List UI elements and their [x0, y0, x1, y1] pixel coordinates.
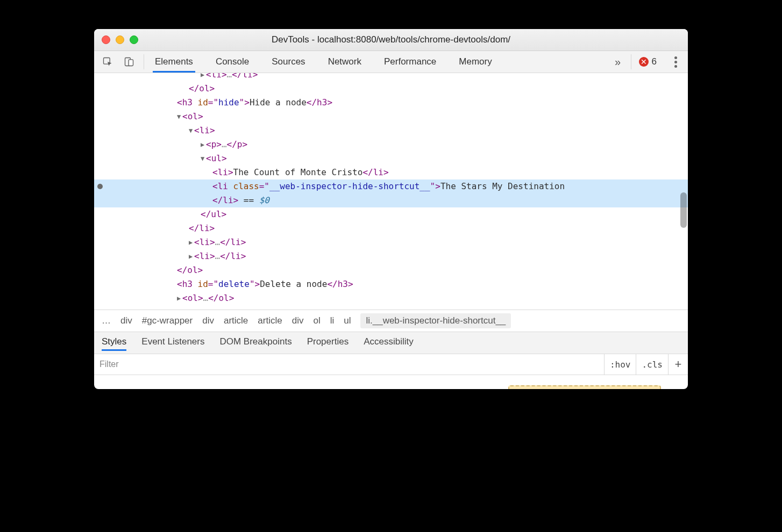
- expand-caret-icon[interactable]: ▶: [189, 235, 194, 249]
- inspect-element-icon[interactable]: [98, 51, 117, 73]
- expand-caret-icon[interactable]: ▼: [201, 152, 206, 166]
- dom-tree-row[interactable]: <h3 id="delete">Delete a node</h3>: [94, 277, 688, 291]
- breadcrumb: …div#gc-wrapperdivarticlearticledivolliu…: [94, 310, 688, 332]
- dom-tree-row[interactable]: ▼<ol>: [94, 110, 688, 124]
- dom-tree-row[interactable]: </ul>: [94, 207, 688, 221]
- dom-tree-row[interactable]: </ol>: [94, 82, 688, 96]
- subtab-styles[interactable]: Styles: [102, 336, 126, 350]
- dom-tree-row[interactable]: <li class="__web-inspector-hide-shortcut…: [94, 179, 688, 193]
- device-toolbar-icon[interactable]: [120, 51, 138, 73]
- expand-caret-icon[interactable]: ▶: [201, 138, 206, 152]
- breadcrumb-item[interactable]: article: [224, 315, 248, 326]
- breadcrumb-item[interactable]: li.__web-inspector-hide-shortcut__: [360, 313, 511, 328]
- styles-filter-bar: :hov .cls +: [94, 354, 688, 375]
- dom-tree-row[interactable]: ▼<ul>: [94, 152, 688, 166]
- tab-memory[interactable]: Memory: [457, 51, 494, 73]
- styles-body: [94, 375, 688, 389]
- dom-tree-row[interactable]: <h3 id="hide">Hide a node</h3>: [94, 96, 688, 110]
- tab-performance[interactable]: Performance: [382, 51, 438, 73]
- breadcrumb-item[interactable]: div: [202, 315, 214, 326]
- expand-caret-icon[interactable]: ▼: [177, 110, 182, 124]
- dom-tree-row[interactable]: ▶<li>…</li>: [94, 73, 688, 82]
- error-icon: ✕: [639, 57, 649, 67]
- breadcrumb-item[interactable]: ol: [313, 315, 320, 326]
- scrollbar-thumb[interactable]: [680, 192, 687, 228]
- overflow-menu-chevron-icon[interactable]: »: [610, 51, 625, 73]
- breadcrumb-item[interactable]: li: [330, 315, 335, 326]
- dom-tree-row[interactable]: </ol>: [94, 263, 688, 277]
- dom-tree-row[interactable]: <li>The Count of Monte Cristo</li>: [94, 166, 688, 179]
- dom-tree-row[interactable]: </li>: [94, 221, 688, 235]
- dom-tree-row[interactable]: ▶<ol>…</ol>: [94, 291, 688, 305]
- expand-caret-icon[interactable]: ▼: [189, 124, 194, 138]
- subtab-event-listeners[interactable]: Event Listeners: [141, 336, 204, 350]
- styles-filter-input[interactable]: [94, 354, 604, 375]
- dom-tree-row[interactable]: ▶<li>…</li>: [94, 249, 688, 263]
- subtab-properties[interactable]: Properties: [307, 336, 349, 350]
- expand-caret-icon[interactable]: ▶: [201, 73, 206, 82]
- main-toolbar: ElementsConsoleSourcesNetworkPerformance…: [94, 51, 688, 73]
- tab-sources[interactable]: Sources: [269, 51, 307, 73]
- box-model-margin-chip: [508, 385, 661, 389]
- devtools-window: DevTools - localhost:8080/web/tools/chro…: [94, 29, 688, 389]
- breadcrumb-item[interactable]: div: [292, 315, 304, 326]
- maximize-button[interactable]: [130, 35, 138, 44]
- dom-tree[interactable]: ▶<li>…</li></ol><h3 id="hide">Hide a nod…: [94, 73, 688, 305]
- error-count-badge[interactable]: ✕ 6: [639, 56, 657, 67]
- breadcrumb-item[interactable]: #gc-wrapper: [142, 315, 193, 326]
- traffic-lights: [102, 35, 138, 44]
- elements-panel: ▶<li>…</li></ol><h3 id="hide">Hide a nod…: [94, 73, 688, 310]
- styles-subtabs: StylesEvent ListenersDOM BreakpointsProp…: [94, 332, 688, 354]
- class-toggle[interactable]: .cls: [636, 354, 668, 375]
- tab-console[interactable]: Console: [214, 51, 251, 73]
- close-button[interactable]: [102, 35, 110, 44]
- minimize-button[interactable]: [116, 35, 124, 44]
- toolbar-separator: [631, 54, 631, 69]
- subtab-accessibility[interactable]: Accessibility: [364, 336, 414, 350]
- dom-tree-row[interactable]: ▼<li>: [94, 124, 688, 138]
- panel-tabs: ElementsConsoleSourcesNetworkPerformance…: [150, 51, 607, 73]
- tab-network[interactable]: Network: [326, 51, 364, 73]
- window-title: DevTools - localhost:8080/web/tools/chro…: [102, 34, 680, 45]
- titlebar: DevTools - localhost:8080/web/tools/chro…: [94, 29, 688, 51]
- hidden-node-indicator-icon: [97, 184, 103, 189]
- dom-tree-row[interactable]: ▶<p>…</p>: [94, 138, 688, 152]
- toolbar-right: ✕ 6: [637, 51, 684, 73]
- breadcrumb-item[interactable]: article: [258, 315, 282, 326]
- error-count: 6: [652, 56, 657, 67]
- breadcrumb-item[interactable]: ul: [344, 315, 351, 326]
- dom-tree-row[interactable]: ▶<li>…</li>: [94, 235, 688, 249]
- tab-elements[interactable]: Elements: [153, 51, 195, 73]
- svg-rect-2: [129, 60, 133, 66]
- expand-caret-icon[interactable]: ▶: [177, 291, 182, 305]
- breadcrumb-item[interactable]: div: [120, 315, 132, 326]
- dom-tree-row[interactable]: </li> == $0: [94, 193, 688, 207]
- expand-caret-icon[interactable]: ▶: [189, 249, 194, 263]
- subtab-dom-breakpoints[interactable]: DOM Breakpoints: [219, 336, 292, 350]
- new-style-rule-button[interactable]: +: [668, 354, 688, 375]
- breadcrumb-item[interactable]: …: [102, 315, 111, 326]
- toolbar-separator: [144, 54, 144, 69]
- settings-menu-icon[interactable]: [670, 56, 681, 68]
- hover-toggle[interactable]: :hov: [604, 354, 636, 375]
